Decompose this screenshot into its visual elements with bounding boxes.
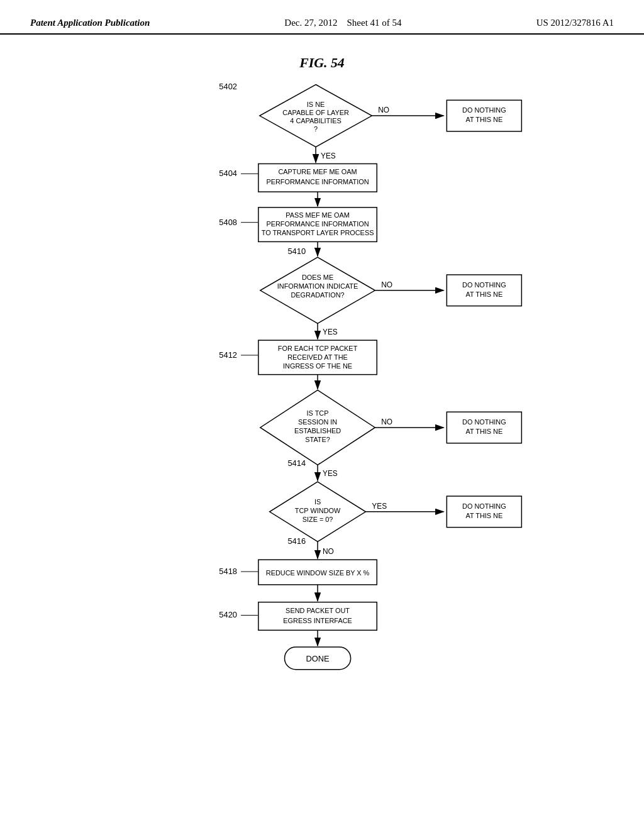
text-5414-2: SESSION IN: [298, 418, 337, 426]
text-donothing-3b: AT THIS NE: [465, 428, 502, 435]
no-label-1: NO: [378, 106, 389, 114]
text-donothing-1b: AT THIS NE: [465, 116, 502, 123]
text-5416-3: SIZE = 0?: [303, 516, 333, 523]
header-right: US 2012/327816 A1: [536, 18, 614, 28]
yes-label-1: YES: [321, 152, 336, 160]
label-5416: 5416: [287, 536, 306, 546]
text-5418: REDUCE WINDOW SIZE BY X %: [266, 569, 370, 577]
text-5420-2: EGRESS INTERFACE: [283, 617, 352, 624]
fig-title: FIG. 54: [299, 55, 345, 70]
text-donothing-1a: DO NOTHING: [462, 106, 506, 114]
label-5412: 5412: [219, 350, 237, 360]
text-5402-2: CAPABLE OF LAYER: [282, 109, 349, 116]
text-donothing-4a: DO NOTHING: [462, 502, 506, 510]
header-center: Dec. 27, 2012 Sheet 41 of 54: [284, 18, 401, 28]
text-donothing-3a: DO NOTHING: [462, 418, 506, 426]
text-5420-1: SEND PACKET OUT: [286, 607, 350, 614]
text-5412-1: FOR EACH TCP PACKET: [278, 345, 358, 352]
text-5408-2: PERFORMANCE INFORMATION: [266, 220, 369, 228]
text-5402-3: 4 CAPABILITIES: [290, 117, 341, 124]
yes-label-2: YES: [323, 328, 338, 336]
no-label-4: NO: [323, 547, 334, 556]
label-5410: 5410: [287, 246, 306, 256]
header-sheet: Sheet 41 of 54: [347, 18, 402, 28]
no-label-3: NO: [381, 418, 392, 426]
text-donothing-2b: AT THIS NE: [465, 290, 502, 298]
label-5418: 5418: [219, 567, 237, 576]
text-5416-1: IS: [314, 498, 321, 506]
yes-label-4: YES: [372, 502, 387, 511]
header-date: Dec. 27, 2012: [284, 18, 337, 28]
no-label-2: NO: [381, 280, 392, 289]
yes-label-3: YES: [323, 469, 338, 478]
text-5410-2: INFORMATION INDICATE: [277, 282, 358, 290]
text-donothing-2a: DO NOTHING: [462, 281, 506, 289]
text-5410-3: DEGRADATION?: [291, 291, 344, 299]
text-done: DONE: [306, 654, 330, 663]
text-5404-1: CAPTURE MEF ME OAM: [278, 168, 357, 175]
label-5414: 5414: [287, 458, 306, 468]
text-5416-2: TCP WINDOW: [295, 507, 341, 514]
text-5408-3: TO TRANSPORT LAYER PROCESS: [262, 229, 374, 236]
page-header: Patent Application Publication Dec. 27, …: [0, 0, 644, 35]
text-donothing-4b: AT THIS NE: [465, 512, 502, 519]
flowchart-svg: FIG. 54 5402 IS NE CAPABLE OF LAYER 4 CA…: [102, 47, 542, 802]
header-left: Patent Application Publication: [30, 18, 150, 28]
text-5410-1: DOES ME: [302, 274, 333, 281]
text-5404-2: PERFORMANCE INFORMATION: [266, 178, 369, 185]
text-5414-3: ESTABLISHED: [294, 427, 341, 434]
text-5402-4: ?: [314, 125, 318, 133]
label-5404: 5404: [219, 169, 237, 178]
text-5412-3: INGRESS OF THE NE: [283, 362, 352, 370]
text-5412-2: RECEIVED AT THE: [287, 353, 348, 361]
text-5414-4: STATE?: [305, 436, 330, 443]
diagram-area: FIG. 54 5402 IS NE CAPABLE OF LAYER 4 CA…: [0, 35, 644, 814]
rect-5420: [258, 602, 377, 631]
text-5402-1: IS NE: [307, 101, 325, 108]
label-5408: 5408: [219, 218, 237, 227]
text-5414-1: IS TCP: [307, 409, 329, 417]
label-5420: 5420: [219, 610, 237, 619]
text-5408-1: PASS MEF ME OAM: [286, 211, 349, 219]
label-5402: 5402: [219, 82, 237, 91]
